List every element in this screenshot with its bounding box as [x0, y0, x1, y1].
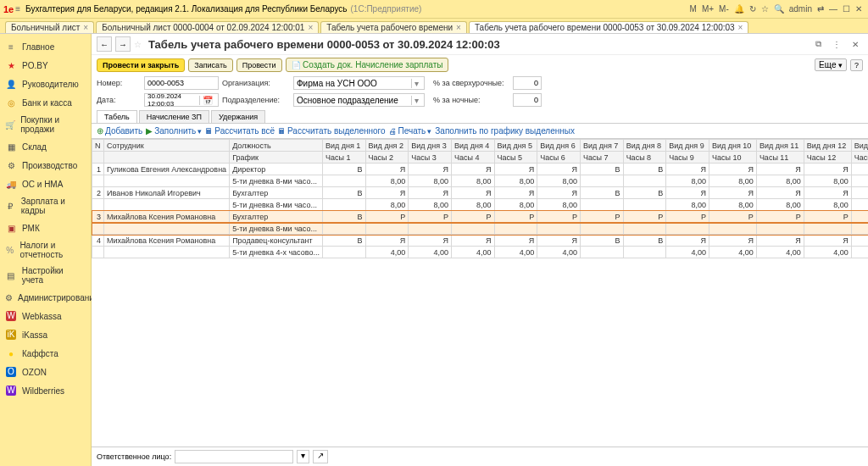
- star-icon[interactable]: ☆: [761, 4, 769, 14]
- col-header[interactable]: Часы 11: [756, 152, 804, 164]
- user-label[interactable]: admin: [789, 4, 812, 14]
- number-input[interactable]: [144, 76, 219, 90]
- post-button[interactable]: Провести: [236, 58, 282, 72]
- print-button[interactable]: 🖨 Печать ▾: [389, 126, 432, 136]
- popout-icon[interactable]: ⧉: [810, 36, 826, 52]
- overtime-input[interactable]: [513, 76, 542, 90]
- col-header[interactable]: Часы 6: [537, 152, 581, 164]
- col-header[interactable]: Часы 1: [322, 152, 365, 164]
- maximize-icon[interactable]: ☐: [843, 4, 850, 14]
- options-icon[interactable]: ⋮: [829, 36, 844, 52]
- col-header[interactable]: Часы 13: [851, 152, 868, 164]
- date-input[interactable]: 30.09.2024 12:00:03📅: [144, 93, 219, 107]
- table-row[interactable]: 5-ти дневка 4-х часово...4,004,004,004,0…: [92, 247, 869, 258]
- recalc-all-button[interactable]: 🖩 Рассчитать всё: [205, 126, 275, 136]
- col-header[interactable]: Вид дня 12: [804, 140, 851, 152]
- table-row[interactable]: 5-ти дневка 8-ми часо...: [92, 223, 869, 235]
- sidebar-item[interactable]: 🚚ОС и НМА: [0, 175, 91, 193]
- close-icon[interactable]: ×: [83, 23, 88, 32]
- col-header[interactable]: Вид дня 6: [537, 140, 581, 152]
- sidebar-item[interactable]: ▤Настройки учета: [0, 263, 91, 288]
- burger-icon[interactable]: ≡: [15, 4, 20, 14]
- col-header[interactable]: Часы 4: [451, 152, 494, 164]
- col-header[interactable]: Часы 2: [365, 152, 409, 164]
- sidebar-item[interactable]: ⚙Производство: [0, 156, 91, 175]
- favorite-icon[interactable]: ☆: [134, 40, 142, 49]
- sidebar-item[interactable]: ●Каффста: [0, 344, 91, 363]
- more-button[interactable]: Еще ▾: [815, 58, 847, 71]
- search-icon[interactable]: 🔍: [774, 4, 784, 14]
- col-header[interactable]: Вид дня 5: [494, 140, 537, 152]
- sidebar-item[interactable]: %Налоги и отчетность: [0, 237, 91, 263]
- close-tab-icon[interactable]: ✕: [848, 36, 863, 52]
- table-row[interactable]: 1Гуликова Евгения АлександровнаДиректорВ…: [92, 164, 869, 175]
- nav-fwd-button[interactable]: →: [115, 36, 131, 52]
- window-tab[interactable]: Табель учета рабочего времени 0000-0053 …: [469, 21, 749, 33]
- post-and-close-button[interactable]: Провести и закрыть: [97, 58, 185, 72]
- timesheet-table[interactable]: NСотрудникДолжностьВид дня 1Вид дня 2Вид…: [92, 139, 868, 258]
- col-header[interactable]: Часы 8: [623, 152, 666, 164]
- add-row-button[interactable]: ⊕Добавить: [97, 126, 142, 136]
- create-doc-button[interactable]: 📄 Создать док. Начисление зарплаты: [286, 58, 449, 72]
- close-icon[interactable]: ×: [738, 23, 743, 32]
- night-input[interactable]: [513, 93, 542, 107]
- inner-tab[interactable]: Табель: [97, 110, 137, 123]
- sidebar-item[interactable]: ▦Склад: [0, 137, 91, 156]
- col-header[interactable]: [92, 152, 104, 164]
- fill-sched-button[interactable]: Заполнить по графику выделенных: [435, 126, 575, 136]
- sidebar-item[interactable]: ⚙Администрирование: [0, 288, 91, 307]
- table-row[interactable]: 4Михайлова Ксения РомановнаПродавец-конс…: [92, 235, 869, 247]
- sidebar-item[interactable]: WWebkassa: [0, 307, 91, 325]
- recalc-sel-button[interactable]: 🖩 Рассчитать выделенного: [278, 126, 386, 136]
- col-header[interactable]: N: [92, 140, 104, 152]
- sidebar-item[interactable]: iKiKassa: [0, 325, 91, 344]
- col-header[interactable]: Часы 3: [409, 152, 452, 164]
- col-header[interactable]: Вид дня 10: [709, 140, 756, 152]
- col-header[interactable]: Должность: [230, 140, 323, 152]
- table-row[interactable]: 3Михайлова Ксения РомановнаБухгалтерВРРР…: [92, 211, 869, 223]
- window-tab[interactable]: Табель учета рабочего времени×: [320, 21, 467, 33]
- col-header[interactable]: Вид дня 11: [756, 140, 804, 152]
- col-header[interactable]: [104, 152, 230, 164]
- inner-tab[interactable]: Начисление ЗП: [139, 110, 209, 123]
- mem-m[interactable]: M: [690, 4, 697, 14]
- col-header[interactable]: Вид дня 13: [851, 140, 868, 152]
- close-icon[interactable]: ×: [456, 23, 461, 32]
- table-row[interactable]: 2Иванов Николай ИгоревичБухгалтерВЯЯЯЯЯВ…: [92, 187, 869, 199]
- sidebar-item[interactable]: ₽Зарплата и кадры: [0, 193, 91, 219]
- col-header[interactable]: Вид дня 8: [623, 140, 666, 152]
- save-button[interactable]: Записать: [188, 58, 232, 72]
- table-row[interactable]: 5-ти дневка 8-ми часо...8,008,008,008,00…: [92, 199, 869, 211]
- col-header[interactable]: Часы 7: [580, 152, 623, 164]
- col-header[interactable]: Вид дня 3: [409, 140, 452, 152]
- sidebar-item[interactable]: ≡Главное: [0, 37, 91, 56]
- timesheet-table-wrap[interactable]: NСотрудникДолжностьВид дня 1Вид дня 2Вид…: [92, 139, 868, 447]
- sidebar-item[interactable]: ★PO.BY: [0, 56, 91, 75]
- fill-button[interactable]: ▶ Заполнить ▾: [146, 126, 202, 136]
- col-header[interactable]: Вид дня 1: [322, 140, 365, 152]
- org-combo[interactable]: Фирма на УСН ООО▾: [293, 76, 425, 90]
- bell-icon[interactable]: 🔔: [734, 4, 744, 14]
- responsible-input[interactable]: [175, 450, 293, 463]
- window-tab[interactable]: Больничный лист×: [5, 21, 94, 33]
- sidebar-item[interactable]: ◎Банк и касса: [0, 93, 91, 112]
- chevron-down-icon[interactable]: ▾: [411, 79, 421, 88]
- col-header[interactable]: График: [230, 152, 323, 164]
- dept-combo[interactable]: Основное подразделение▾: [293, 93, 425, 107]
- sidebar-item[interactable]: OOZON: [0, 363, 91, 381]
- close-icon[interactable]: ✕: [855, 4, 862, 14]
- window-tab[interactable]: Больничный лист 0000-0004 от 02.09.2024 …: [96, 21, 319, 33]
- inner-tab[interactable]: Удержания: [211, 110, 265, 123]
- mem-mminus[interactable]: M-: [719, 4, 729, 14]
- sidebar-item[interactable]: 🛒Покупки и продажи: [0, 112, 91, 137]
- history-icon[interactable]: ↻: [749, 4, 756, 14]
- open-icon[interactable]: ↗: [313, 450, 328, 463]
- col-header[interactable]: Вид дня 2: [365, 140, 409, 152]
- col-header[interactable]: Часы 9: [666, 152, 709, 164]
- col-header[interactable]: Часы 12: [804, 152, 851, 164]
- col-header[interactable]: Сотрудник: [104, 140, 230, 152]
- chevron-down-icon[interactable]: ▾: [297, 450, 309, 463]
- col-header[interactable]: Вид дня 9: [666, 140, 709, 152]
- sidebar-item[interactable]: 👤Руководителю: [0, 75, 91, 93]
- sidebar-item[interactable]: WWildberries: [0, 381, 91, 400]
